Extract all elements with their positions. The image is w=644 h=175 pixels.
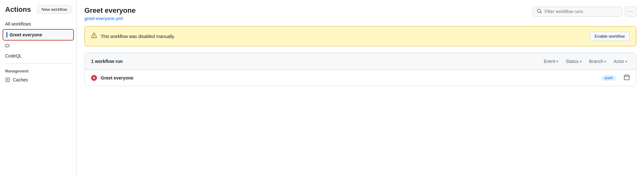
status-filter-label: Status [566, 59, 578, 64]
branch-filter-label: Branch [589, 59, 603, 64]
search-icon [537, 9, 542, 15]
sidebar-title: Actions [5, 5, 31, 14]
run-event-badge: push [601, 75, 616, 81]
warning-banner: This workflow was disabled manually. Ena… [84, 26, 636, 46]
event-filter-label: Event [544, 59, 555, 64]
sidebar-header: Actions New workflow [0, 5, 76, 19]
branch-filter-button[interactable]: Branch ▾ [586, 57, 609, 65]
caches-label: Caches [13, 77, 28, 82]
sidebar-item-ci[interactable]: CI [0, 41, 76, 51]
header-actions: ··· [533, 6, 636, 17]
table-row[interactable]: Greet everyone push [85, 70, 636, 86]
cache-icon [5, 77, 10, 82]
more-options-icon: ··· [628, 9, 633, 14]
chevron-down-icon: ▾ [604, 60, 606, 63]
calendar-icon [624, 74, 630, 81]
chevron-down-icon: ▾ [556, 60, 558, 63]
run-name: Greet everyone [101, 75, 598, 80]
search-input[interactable] [545, 9, 618, 14]
actor-filter-button[interactable]: Actor ▾ [611, 57, 630, 65]
sidebar-item-codeql[interactable]: CodeQL [0, 51, 76, 61]
runs-header: 1 workflow run Event ▾ Status ▾ Branch ▾… [85, 53, 636, 70]
runs-filters: Event ▾ Status ▾ Branch ▾ Actor ▾ [541, 57, 630, 65]
chevron-down-icon: ▾ [580, 60, 581, 63]
sidebar-nav: All workflows Greet everyone CI CodeQL M… [0, 19, 76, 85]
warning-text: This workflow was disabled manually. [101, 34, 175, 39]
sidebar-item-all-workflows[interactable]: All workflows [0, 19, 76, 29]
main-header: Greet everyone greet-everyone.yml ··· [84, 6, 636, 21]
event-filter-button[interactable]: Event ▾ [541, 57, 561, 65]
search-box[interactable] [533, 7, 622, 17]
sidebar-item-label: Greet everyone [10, 32, 42, 37]
workflow-runs-container: 1 workflow run Event ▾ Status ▾ Branch ▾… [84, 53, 636, 86]
run-status-failed-icon [91, 75, 97, 81]
actor-filter-label: Actor [614, 59, 624, 64]
sidebar: Actions New workflow All workflows Greet… [0, 0, 77, 175]
sidebar-item-greet-everyone[interactable]: Greet everyone [3, 29, 74, 41]
sidebar-item-label: CI [5, 43, 10, 48]
new-workflow-button[interactable]: New workflow [37, 5, 71, 14]
run-meta: push [601, 74, 630, 81]
enable-workflow-button[interactable]: Enable workflow [590, 32, 630, 41]
workflow-file-link[interactable]: greet-everyone.yml [84, 16, 136, 21]
sidebar-item-caches[interactable]: Caches [0, 75, 76, 85]
chevron-down-icon: ▾ [625, 60, 627, 63]
title-area: Greet everyone greet-everyone.yml [84, 6, 136, 21]
sidebar-item-label: All workflows [5, 21, 31, 27]
sidebar-item-label: CodeQL [5, 53, 22, 58]
warning-left: This workflow was disabled manually. [91, 33, 175, 40]
svg-rect-1 [624, 75, 629, 80]
runs-count: 1 workflow run [91, 59, 123, 64]
management-section-title: Management [0, 66, 76, 75]
status-filter-button[interactable]: Status ▾ [563, 57, 584, 65]
more-options-button[interactable]: ··· [625, 6, 636, 17]
warning-icon [91, 33, 97, 40]
main-content: Greet everyone greet-everyone.yml ··· [77, 0, 644, 175]
sidebar-divider [5, 64, 71, 64]
page-title: Greet everyone [84, 6, 136, 15]
